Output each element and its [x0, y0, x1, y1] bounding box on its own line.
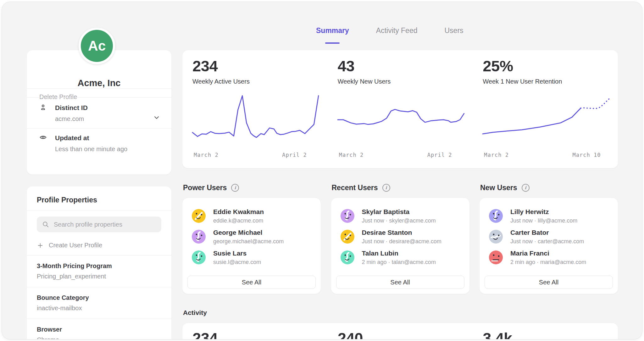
user-list-new-users: New Users i Lilly Herwitz Just now · lil… — [480, 183, 618, 294]
profile-properties-tools: Create User Profile — [27, 211, 171, 255]
user-meta: susie.l@acme.com — [213, 259, 261, 266]
stat-number: 234 — [192, 58, 319, 74]
user-meta: 2 min ago · maria@acme.com — [510, 259, 586, 266]
user-list-title: New Users — [480, 184, 517, 192]
user-row[interactable]: Talan Lubin 2 min ago · talan@acme.com — [341, 247, 460, 268]
user-list-title: Power Users — [183, 184, 227, 192]
search-box — [37, 217, 161, 232]
user-list-card: Eddie Kwakman eddie.k@acme.com George Mi… — [182, 198, 321, 294]
profile-card: Acme, Inc Distinct ID acme.com Updated a… — [27, 50, 171, 174]
user-list-recent-users: Recent Users i Skylar Baptista Just now … — [331, 183, 469, 294]
property-value: Chrome — [37, 336, 161, 339]
user-avatar — [341, 209, 354, 223]
tab-summary[interactable]: Summary — [316, 26, 349, 48]
info-icon[interactable]: i — [522, 184, 530, 192]
profile-field-row: Updated at Less than one minute ago — [27, 128, 171, 158]
user-row[interactable]: Susie Lars susie.l@acme.com — [192, 247, 311, 268]
eye-icon — [39, 134, 47, 142]
user-meta: Just now · desirare@acme.com — [362, 238, 441, 245]
user-meta: eddie.k@acme.com — [213, 217, 264, 224]
user-list-power-users: Power Users i Eddie Kwakman eddie.k@acme… — [182, 183, 321, 294]
user-row[interactable]: George Michael george.michael@acme.com — [192, 226, 311, 247]
user-meta: george.michael@acme.com — [213, 238, 284, 245]
property-label: Bounce Category — [37, 294, 161, 301]
x-tick-right: March 10 — [573, 152, 601, 158]
stat-number: 43 — [338, 58, 464, 74]
avatar-initials: Ac — [88, 38, 106, 54]
person-icon — [39, 103, 47, 112]
field-value: acme.com — [55, 115, 159, 123]
user-name: Maria Franci — [510, 250, 586, 257]
see-all-button[interactable]: See All — [485, 276, 613, 289]
x-tick-left: March 2 — [484, 152, 509, 158]
search-icon — [42, 221, 49, 228]
user-name: Skylar Baptista — [362, 208, 436, 216]
line-chart — [483, 91, 609, 148]
user-row[interactable]: Maria Franci 2 min ago · maria@acme.com — [489, 247, 608, 268]
line-chart — [192, 91, 319, 148]
profile-properties-title: Profile Properties — [27, 186, 171, 211]
field-label: Distinct ID — [55, 104, 88, 112]
profile-tabs: SummaryActivity FeedUsers — [316, 26, 464, 48]
user-meta: Just now · lilly@acme.com — [510, 217, 577, 224]
chevron-down-icon[interactable] — [153, 113, 161, 122]
activity-stat-number: 3.4k — [483, 331, 609, 339]
property-value: Pricing_plan_experiment — [37, 273, 161, 280]
summary-stat-cell: 43 Weekly New Users March 2 April 2 — [328, 50, 473, 168]
x-tick-left: March 2 — [194, 152, 219, 158]
user-name: Susie Lars — [213, 250, 261, 257]
stat-label: Weekly Active Users — [192, 78, 319, 85]
property-label: 3-Month Pricing Program — [37, 262, 161, 270]
stat-label: Weekly New Users — [338, 78, 464, 85]
user-row[interactable]: Desirae Stanton Just now · desirare@acme… — [341, 226, 460, 247]
user-row[interactable]: Eddie Kwakman eddie.k@acme.com — [192, 206, 311, 226]
activity-stat-number: 234 — [192, 331, 319, 339]
avatar: Ac — [79, 28, 115, 64]
user-name: George Michael — [213, 229, 284, 236]
summary-stat-cell: 234 Weekly Active Users March 2 April 2 — [182, 50, 328, 168]
user-avatar — [192, 230, 206, 244]
profile-property-item: Bounce Category inactive-mailbox — [27, 287, 171, 319]
stat-label: Week 1 New User Retention — [483, 78, 609, 85]
profile-properties-list: 3-Month Pricing Program Pricing_plan_exp… — [27, 255, 171, 339]
user-name: Eddie Kwakman — [213, 208, 264, 216]
activity-stat-number: 240 — [338, 331, 464, 339]
profile-name: Acme, Inc — [27, 78, 171, 88]
user-lists-row: Power Users i Eddie Kwakman eddie.k@acme… — [182, 183, 618, 294]
user-avatar — [192, 250, 206, 264]
stat-number: 25% — [483, 58, 609, 74]
info-icon[interactable]: i — [382, 184, 390, 192]
summary-card: 234 Weekly Active Users March 2 April 2 … — [182, 50, 618, 168]
field-label: Updated at — [55, 134, 89, 142]
tab-activity-feed[interactable]: Activity Feed — [376, 26, 418, 48]
info-icon[interactable]: i — [231, 184, 239, 192]
activity-title: Activity — [183, 309, 207, 316]
user-row[interactable]: Skylar Baptista Just now · skyler@acme.c… — [341, 206, 460, 226]
summary-stat-cell: 25% Week 1 New User Retention March 2 Ma… — [473, 50, 618, 168]
user-name: Talan Lubin — [362, 250, 436, 257]
user-list-title: Recent Users — [332, 184, 378, 192]
property-label: Browser — [37, 326, 161, 333]
profile-fields: Distinct ID acme.com Updated at Less tha… — [27, 97, 171, 158]
profile-field-row: Distinct ID acme.com — [27, 97, 171, 128]
user-row[interactable]: Carter Bator Just now · carter@acme.com — [489, 226, 608, 247]
user-avatar — [192, 209, 206, 223]
user-name: Lilly Herwitz — [510, 208, 577, 216]
activity-card: 234 240 3.4k — [182, 323, 618, 339]
search-profile-properties-input[interactable] — [54, 221, 156, 228]
tab-users[interactable]: Users — [444, 26, 463, 48]
see-all-button[interactable]: See All — [336, 276, 464, 289]
activity-stat-cell: 3.4k — [473, 323, 618, 339]
user-avatar — [489, 230, 503, 244]
see-all-button[interactable]: See All — [187, 276, 316, 289]
user-list-card: Skylar Baptista Just now · skyler@acme.c… — [331, 198, 469, 294]
user-list-card: Lilly Herwitz Just now · lilly@acme.com … — [480, 198, 618, 294]
plus-icon — [37, 242, 44, 249]
create-user-profile-button[interactable]: Create User Profile — [37, 242, 161, 249]
user-avatar — [341, 230, 354, 244]
user-avatar — [489, 209, 503, 223]
user-name: Carter Bator — [510, 229, 584, 236]
activity-stat-cell: 240 — [328, 323, 473, 339]
user-row[interactable]: Lilly Herwitz Just now · lilly@acme.com — [489, 206, 608, 226]
property-value: inactive-mailbox — [37, 305, 161, 312]
